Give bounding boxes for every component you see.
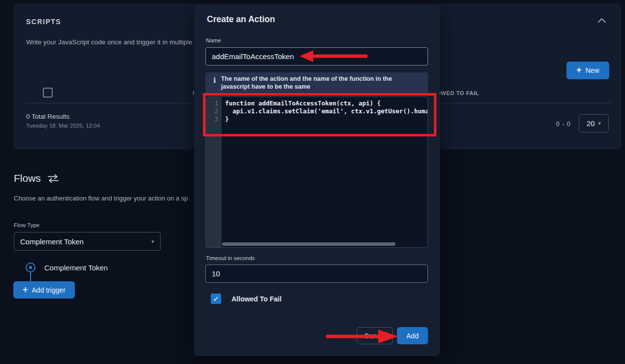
create-action-modal: Create an Action Name ℹ The name of the … — [194, 5, 440, 356]
name-label: Name — [206, 37, 221, 43]
screen: SCRIPTS Write your JavaScript code once … — [0, 0, 625, 364]
total-results: 0 Total Results — [26, 113, 69, 120]
add-trigger-label: Add trigger — [32, 286, 66, 294]
info-banner: ℹ The name of the action and the name of… — [205, 72, 428, 95]
line-number: 1 — [206, 99, 222, 107]
code-line: api.v1.claims.setClaim('email', ctx.v1.g… — [225, 107, 428, 115]
caret-down-icon: ▾ — [151, 238, 154, 245]
page-size-value: 20 — [587, 119, 595, 128]
add-trigger-button[interactable]: + Add trigger — [13, 281, 75, 298]
action-name-input[interactable] — [205, 47, 428, 66]
flows-title-text: Flows — [14, 172, 41, 184]
caret-down-icon: ▾ — [598, 120, 601, 127]
select-all-checkbox[interactable] — [43, 88, 53, 98]
results-timestamp: Tuesday 18. Mar 2025, 12:04 — [26, 123, 100, 129]
timeout-input[interactable] — [205, 265, 428, 283]
new-button[interactable]: + New — [566, 62, 609, 79]
cancel-button[interactable]: Cancel — [357, 327, 393, 344]
scripts-card-subtitle: Write your JavaScript code once and trig… — [26, 38, 192, 46]
swap-arrows-icon — [47, 174, 60, 183]
add-button[interactable]: Add — [397, 327, 428, 344]
check-icon: ✓ — [213, 295, 219, 303]
plus-icon: + — [23, 285, 28, 294]
flow-node-label: Complement Token — [44, 264, 108, 272]
page-size-dropdown[interactable]: 20 ▾ — [579, 114, 609, 132]
line-number: 3 — [206, 115, 222, 123]
modal-title: Create an Action — [207, 14, 275, 25]
line-number: 2 — [206, 107, 222, 115]
new-button-label: New — [586, 66, 599, 74]
code-line: function addEmailToAccessToken(ctx, api)… — [225, 99, 428, 107]
allowed-to-fail-label: Allowed To Fail — [231, 295, 282, 303]
editor-gutter: 1 2 3 — [206, 97, 222, 247]
code-line: } — [225, 115, 428, 123]
flow-type-label: Flow Type — [14, 222, 39, 228]
collapse-button[interactable] — [596, 16, 607, 26]
info-icon: ℹ — [213, 76, 216, 85]
allowed-to-fail-checkbox[interactable]: ✓ — [211, 294, 221, 304]
chevron-up-icon — [597, 18, 606, 24]
info-banner-text: The name of the action and the name of t… — [221, 75, 418, 91]
code-editor[interactable]: 1 2 3 function addEmailToAccessToken(ctx… — [205, 97, 428, 248]
flow-type-value: Complement Token — [20, 237, 84, 246]
flows-subtitle: Choose an authentication flow and trigge… — [14, 195, 188, 202]
timeout-label: Timeout in seconds — [206, 255, 255, 261]
plus-icon: + — [576, 66, 582, 74]
flow-type-select[interactable]: Complement Token ▾ — [14, 232, 161, 251]
editor-code[interactable]: function addEmailToAccessToken(ctx, api)… — [222, 97, 428, 123]
scripts-card-title: SCRIPTS — [26, 18, 61, 26]
editor-horizontal-scrollbar[interactable] — [222, 242, 395, 246]
flows-section-title: Flows — [14, 172, 60, 184]
